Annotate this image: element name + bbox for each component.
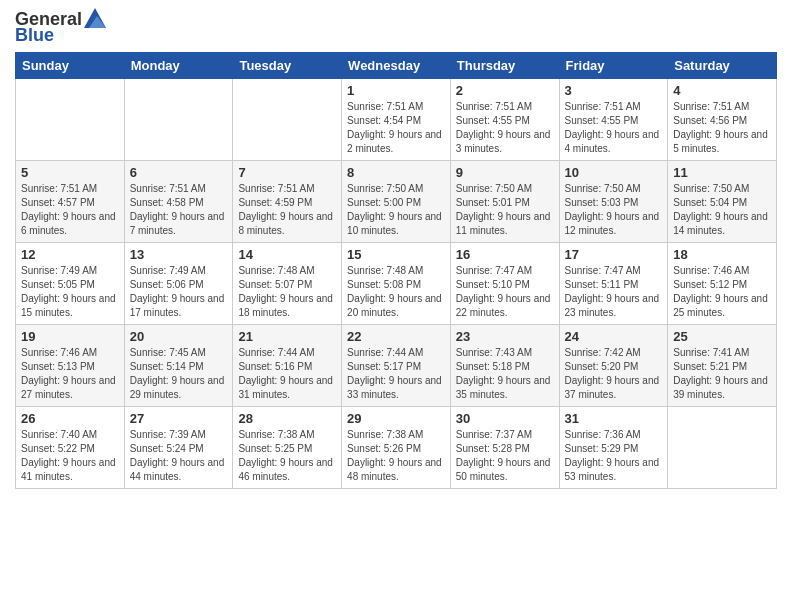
- calendar-cell: [16, 79, 125, 161]
- calendar-cell: 27Sunrise: 7:39 AM Sunset: 5:24 PM Dayli…: [124, 407, 233, 489]
- day-number: 11: [673, 165, 771, 180]
- day-number: 13: [130, 247, 228, 262]
- calendar-cell: [668, 407, 777, 489]
- calendar-cell: 1Sunrise: 7:51 AM Sunset: 4:54 PM Daylig…: [342, 79, 451, 161]
- calendar-cell: 13Sunrise: 7:49 AM Sunset: 5:06 PM Dayli…: [124, 243, 233, 325]
- calendar-cell: 12Sunrise: 7:49 AM Sunset: 5:05 PM Dayli…: [16, 243, 125, 325]
- calendar-cell: 10Sunrise: 7:50 AM Sunset: 5:03 PM Dayli…: [559, 161, 668, 243]
- day-info: Sunrise: 7:50 AM Sunset: 5:03 PM Dayligh…: [565, 182, 663, 238]
- day-number: 15: [347, 247, 445, 262]
- day-number: 18: [673, 247, 771, 262]
- day-info: Sunrise: 7:38 AM Sunset: 5:25 PM Dayligh…: [238, 428, 336, 484]
- day-number: 12: [21, 247, 119, 262]
- day-number: 23: [456, 329, 554, 344]
- calendar-cell: 21Sunrise: 7:44 AM Sunset: 5:16 PM Dayli…: [233, 325, 342, 407]
- day-info: Sunrise: 7:45 AM Sunset: 5:14 PM Dayligh…: [130, 346, 228, 402]
- calendar-week-row: 12Sunrise: 7:49 AM Sunset: 5:05 PM Dayli…: [16, 243, 777, 325]
- calendar-cell: 3Sunrise: 7:51 AM Sunset: 4:55 PM Daylig…: [559, 79, 668, 161]
- calendar-cell: 18Sunrise: 7:46 AM Sunset: 5:12 PM Dayli…: [668, 243, 777, 325]
- calendar-cell: 24Sunrise: 7:42 AM Sunset: 5:20 PM Dayli…: [559, 325, 668, 407]
- day-number: 26: [21, 411, 119, 426]
- calendar-week-row: 5Sunrise: 7:51 AM Sunset: 4:57 PM Daylig…: [16, 161, 777, 243]
- calendar-cell: 8Sunrise: 7:50 AM Sunset: 5:00 PM Daylig…: [342, 161, 451, 243]
- day-number: 30: [456, 411, 554, 426]
- calendar-cell: 19Sunrise: 7:46 AM Sunset: 5:13 PM Dayli…: [16, 325, 125, 407]
- day-info: Sunrise: 7:40 AM Sunset: 5:22 PM Dayligh…: [21, 428, 119, 484]
- calendar-cell: 26Sunrise: 7:40 AM Sunset: 5:22 PM Dayli…: [16, 407, 125, 489]
- day-number: 6: [130, 165, 228, 180]
- day-number: 10: [565, 165, 663, 180]
- day-info: Sunrise: 7:48 AM Sunset: 5:08 PM Dayligh…: [347, 264, 445, 320]
- calendar-cell: 5Sunrise: 7:51 AM Sunset: 4:57 PM Daylig…: [16, 161, 125, 243]
- day-info: Sunrise: 7:50 AM Sunset: 5:04 PM Dayligh…: [673, 182, 771, 238]
- calendar-cell: 28Sunrise: 7:38 AM Sunset: 5:25 PM Dayli…: [233, 407, 342, 489]
- day-info: Sunrise: 7:37 AM Sunset: 5:28 PM Dayligh…: [456, 428, 554, 484]
- weekday-header-friday: Friday: [559, 53, 668, 79]
- weekday-header-monday: Monday: [124, 53, 233, 79]
- day-info: Sunrise: 7:49 AM Sunset: 5:06 PM Dayligh…: [130, 264, 228, 320]
- day-number: 4: [673, 83, 771, 98]
- day-number: 24: [565, 329, 663, 344]
- day-info: Sunrise: 7:50 AM Sunset: 5:00 PM Dayligh…: [347, 182, 445, 238]
- day-info: Sunrise: 7:51 AM Sunset: 4:54 PM Dayligh…: [347, 100, 445, 156]
- day-info: Sunrise: 7:44 AM Sunset: 5:16 PM Dayligh…: [238, 346, 336, 402]
- day-info: Sunrise: 7:47 AM Sunset: 5:11 PM Dayligh…: [565, 264, 663, 320]
- calendar-cell: 2Sunrise: 7:51 AM Sunset: 4:55 PM Daylig…: [450, 79, 559, 161]
- day-info: Sunrise: 7:48 AM Sunset: 5:07 PM Dayligh…: [238, 264, 336, 320]
- day-number: 29: [347, 411, 445, 426]
- day-number: 28: [238, 411, 336, 426]
- day-info: Sunrise: 7:41 AM Sunset: 5:21 PM Dayligh…: [673, 346, 771, 402]
- day-info: Sunrise: 7:51 AM Sunset: 4:55 PM Dayligh…: [456, 100, 554, 156]
- day-number: 19: [21, 329, 119, 344]
- day-info: Sunrise: 7:42 AM Sunset: 5:20 PM Dayligh…: [565, 346, 663, 402]
- logo-blue-text: Blue: [15, 26, 54, 44]
- calendar-cell: 31Sunrise: 7:36 AM Sunset: 5:29 PM Dayli…: [559, 407, 668, 489]
- calendar-cell: 11Sunrise: 7:50 AM Sunset: 5:04 PM Dayli…: [668, 161, 777, 243]
- calendar-week-row: 19Sunrise: 7:46 AM Sunset: 5:13 PM Dayli…: [16, 325, 777, 407]
- day-number: 21: [238, 329, 336, 344]
- calendar-cell: 4Sunrise: 7:51 AM Sunset: 4:56 PM Daylig…: [668, 79, 777, 161]
- day-number: 8: [347, 165, 445, 180]
- calendar-cell: 7Sunrise: 7:51 AM Sunset: 4:59 PM Daylig…: [233, 161, 342, 243]
- calendar-cell: 15Sunrise: 7:48 AM Sunset: 5:08 PM Dayli…: [342, 243, 451, 325]
- calendar-cell: 14Sunrise: 7:48 AM Sunset: 5:07 PM Dayli…: [233, 243, 342, 325]
- weekday-header-tuesday: Tuesday: [233, 53, 342, 79]
- calendar-cell: [233, 79, 342, 161]
- day-number: 16: [456, 247, 554, 262]
- day-info: Sunrise: 7:43 AM Sunset: 5:18 PM Dayligh…: [456, 346, 554, 402]
- weekday-header-row: SundayMondayTuesdayWednesdayThursdayFrid…: [16, 53, 777, 79]
- day-info: Sunrise: 7:51 AM Sunset: 4:59 PM Dayligh…: [238, 182, 336, 238]
- calendar-cell: 16Sunrise: 7:47 AM Sunset: 5:10 PM Dayli…: [450, 243, 559, 325]
- day-number: 2: [456, 83, 554, 98]
- day-info: Sunrise: 7:51 AM Sunset: 4:56 PM Dayligh…: [673, 100, 771, 156]
- calendar-cell: 30Sunrise: 7:37 AM Sunset: 5:28 PM Dayli…: [450, 407, 559, 489]
- calendar-cell: 25Sunrise: 7:41 AM Sunset: 5:21 PM Dayli…: [668, 325, 777, 407]
- day-info: Sunrise: 7:46 AM Sunset: 5:12 PM Dayligh…: [673, 264, 771, 320]
- calendar-table: SundayMondayTuesdayWednesdayThursdayFrid…: [15, 52, 777, 489]
- day-number: 27: [130, 411, 228, 426]
- day-number: 7: [238, 165, 336, 180]
- day-number: 25: [673, 329, 771, 344]
- day-info: Sunrise: 7:44 AM Sunset: 5:17 PM Dayligh…: [347, 346, 445, 402]
- calendar-cell: 6Sunrise: 7:51 AM Sunset: 4:58 PM Daylig…: [124, 161, 233, 243]
- calendar-week-row: 26Sunrise: 7:40 AM Sunset: 5:22 PM Dayli…: [16, 407, 777, 489]
- day-number: 9: [456, 165, 554, 180]
- day-info: Sunrise: 7:46 AM Sunset: 5:13 PM Dayligh…: [21, 346, 119, 402]
- weekday-header-saturday: Saturday: [668, 53, 777, 79]
- calendar-cell: 9Sunrise: 7:50 AM Sunset: 5:01 PM Daylig…: [450, 161, 559, 243]
- day-info: Sunrise: 7:51 AM Sunset: 4:58 PM Dayligh…: [130, 182, 228, 238]
- page: General Blue SundayMondayTuesdayWednesda…: [0, 0, 792, 612]
- day-number: 3: [565, 83, 663, 98]
- day-info: Sunrise: 7:38 AM Sunset: 5:26 PM Dayligh…: [347, 428, 445, 484]
- header: General Blue: [15, 10, 777, 44]
- logo-icon: [84, 8, 106, 28]
- day-number: 1: [347, 83, 445, 98]
- calendar-week-row: 1Sunrise: 7:51 AM Sunset: 4:54 PM Daylig…: [16, 79, 777, 161]
- calendar-cell: 29Sunrise: 7:38 AM Sunset: 5:26 PM Dayli…: [342, 407, 451, 489]
- calendar-cell: [124, 79, 233, 161]
- day-info: Sunrise: 7:39 AM Sunset: 5:24 PM Dayligh…: [130, 428, 228, 484]
- day-number: 17: [565, 247, 663, 262]
- day-info: Sunrise: 7:47 AM Sunset: 5:10 PM Dayligh…: [456, 264, 554, 320]
- day-info: Sunrise: 7:50 AM Sunset: 5:01 PM Dayligh…: [456, 182, 554, 238]
- day-number: 5: [21, 165, 119, 180]
